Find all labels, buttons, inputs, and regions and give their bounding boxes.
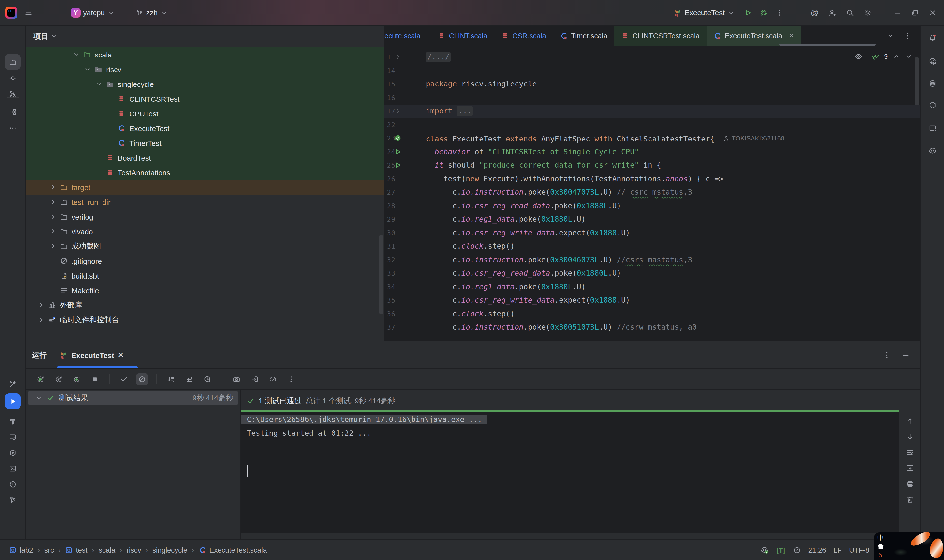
tool-strip-structure[interactable] (5, 104, 21, 120)
tree-item-scala[interactable]: scala (26, 47, 384, 62)
more-vertical-icon[interactable] (883, 351, 891, 359)
tree-item-clintcsrtest[interactable]: CLINTCSRTest (26, 91, 384, 106)
tool-strip-run[interactable] (5, 394, 21, 409)
breadcrumb-test[interactable]: test (65, 546, 88, 554)
chevron-down-icon[interactable] (72, 51, 80, 58)
tree-item-临时文件和控制台[interactable]: 临时文件和控制台 (26, 312, 384, 327)
run-tab-executetest[interactable]: ExecuteTest ✕ (57, 342, 127, 369)
chevron-right-icon[interactable] (49, 183, 57, 191)
rerun-button[interactable] (34, 373, 46, 385)
breadcrumb-executetest-scala[interactable]: ExecuteTest.scala (199, 546, 267, 554)
tree-item-build-sbt[interactable]: build.sbt (26, 268, 384, 283)
run-button[interactable] (742, 6, 754, 19)
editor-tab-timer-scala[interactable]: Timer.scala (553, 26, 614, 46)
tree-item-timertest[interactable]: TimerTest (26, 135, 384, 150)
code-with-me-button[interactable] (826, 6, 839, 19)
ime-language-indicator[interactable]: 中 (878, 534, 884, 542)
chevron-down-icon[interactable] (95, 80, 103, 88)
tree-item-riscv[interactable]: riscv (26, 62, 384, 77)
chevron-right-icon[interactable] (37, 316, 45, 324)
tree-item-testannotations[interactable]: TestAnnotations (26, 165, 384, 180)
code-line-36[interactable]: 36c.clock.step() (384, 307, 921, 321)
chevron-right-icon[interactable] (49, 213, 57, 220)
chevron-down-icon[interactable] (83, 65, 91, 73)
app-logo-icon[interactable]: IJ (5, 7, 17, 18)
tree-item-外部库[interactable]: 外部库 (26, 298, 384, 312)
code-line-25[interactable]: 25it should "produce correct data for cs… (384, 158, 921, 172)
editor-tab-executetest-scala[interactable]: ExecuteTest.scala✕ (706, 26, 801, 46)
code-line-15[interactable]: 15package riscv.singlecycle (384, 78, 921, 91)
line-separator[interactable]: LF (833, 546, 842, 554)
breadcrumb-riscv[interactable]: riscv (126, 546, 141, 554)
code-line-27[interactable]: 27c.io.instruction.poke(0x30047073L.U) /… (384, 186, 921, 199)
code-line-22[interactable]: 22 (384, 118, 921, 132)
tree-item-verilog[interactable]: verilog (26, 209, 384, 224)
hide-panel-icon[interactable] (902, 351, 910, 359)
test-history-button[interactable] (202, 373, 213, 385)
copilot-status-icon[interactable] (761, 546, 769, 554)
code-line-24[interactable]: 24behavior of "CLINTCSRTest of Single Cy… (384, 145, 921, 158)
time-gauge-icon[interactable] (793, 546, 801, 554)
editor-tab-csr-scala[interactable]: CSR.scala (494, 26, 553, 46)
tree-item-makefile[interactable]: Makefile (26, 283, 384, 298)
editor-tab-clintcsrtest-scala[interactable]: CLINTCSRTest.scala (614, 26, 706, 46)
tree-item-gitignore[interactable]: .gitignore (26, 254, 384, 268)
code-line-32[interactable]: 32c.io.instruction.poke(0x30046073L.U) /… (384, 253, 921, 267)
close-icon[interactable]: ✕ (118, 351, 124, 360)
editor-tab-clint-scala[interactable]: CLINT.scala (431, 26, 494, 46)
tab-list-chevron-button[interactable] (887, 32, 894, 40)
code-line-16[interactable]: 16 (384, 91, 921, 105)
breadcrumb-src[interactable]: src (45, 546, 54, 554)
tool-strip-terminal[interactable] (5, 461, 21, 477)
code-editor[interactable]: 9 1/.../1415package riscv.singlecycle161… (384, 46, 921, 341)
print-button[interactable] (905, 480, 915, 488)
code-line-31[interactable]: 31c.clock.step() (384, 240, 921, 253)
chevron-right-icon[interactable] (37, 301, 45, 309)
close-button[interactable] (926, 6, 939, 19)
breadcrumb-lab2[interactable]: lab2 (9, 546, 33, 554)
project-scrollbar[interactable] (379, 235, 383, 314)
code-line-28[interactable]: 28c.io.csr_reg_read_data.poke(0x1888L.U) (384, 199, 921, 213)
editor-tab-ecute-scala[interactable]: ecute.scala (384, 26, 431, 46)
breadcrumb-scala[interactable]: scala (99, 546, 115, 554)
ime-sogou-logo[interactable]: S (879, 551, 882, 559)
code-line-33[interactable]: 33c.io.csr_reg_read_data.poke(0x1880L.U) (384, 267, 921, 280)
tool-strip-more-tools[interactable] (5, 120, 21, 136)
tool-strip-version-control[interactable] (5, 492, 21, 508)
toggle-auto-test-button[interactable] (71, 373, 83, 385)
vcs-widget[interactable]: zzh (132, 6, 171, 19)
project-widget[interactable]: Y yatcpu (67, 5, 119, 20)
chevron-right-icon[interactable] (49, 228, 57, 235)
code-line-30[interactable]: 30c.io.csr_reg_write_data.expect(0x1880.… (384, 226, 921, 240)
tree-item-test-run-dir[interactable]: test_run_dir (26, 194, 384, 209)
ime-skin-icon[interactable] (878, 544, 884, 549)
chevron-right-icon[interactable] (49, 242, 57, 250)
scroll-to-end-button[interactable] (905, 464, 915, 472)
chevron-right-icon[interactable] (49, 198, 57, 206)
tool-strip-services[interactable] (5, 429, 21, 445)
code-line-23[interactable]: 23class ExecuteTest extends AnyFlatSpec … (384, 132, 921, 145)
breadcrumb-singlecycle[interactable]: singlecycle (153, 546, 187, 554)
tree-item-cputest[interactable]: CPUTest (26, 106, 384, 121)
minimize-button[interactable] (891, 6, 904, 19)
console-output[interactable]: C:\Users\26586\.jdks\temurin-17.0.16\bin… (241, 412, 899, 534)
tab-more-options-button[interactable] (904, 32, 912, 40)
more-actions-button[interactable] (773, 6, 786, 19)
tool-strip-build[interactable] (5, 414, 21, 429)
file-encoding[interactable]: UTF-8 (849, 546, 869, 554)
author-inlay-hint[interactable]: TOKISAKIX\21168 (722, 132, 784, 145)
tree-item-executetest[interactable]: ExecuteTest (26, 121, 384, 135)
code-line-34[interactable]: 34c.io.reg1_data.poke(0x1880L.U) (384, 280, 921, 294)
tool-strip-project[interactable] (5, 54, 21, 70)
tool-strip-documentation[interactable] (925, 120, 941, 136)
chevron-down-icon[interactable] (50, 32, 58, 40)
show-passed-button[interactable] (118, 373, 130, 385)
soft-wrap-button[interactable] (905, 448, 915, 457)
test-results-row[interactable]: 测试结果 9秒 414毫秒 (28, 391, 238, 405)
sort-by-duration-button[interactable] (165, 373, 177, 385)
navigate-with-single-click-button[interactable] (184, 373, 195, 385)
code-line-29[interactable]: 29c.io.reg1_data.poke(0x1880L.U) (384, 213, 921, 226)
tool-strip-copilot-chat[interactable] (925, 143, 941, 158)
close-icon[interactable]: ✕ (789, 32, 794, 39)
run-configuration-selector[interactable]: ExecuteTest (671, 6, 739, 19)
